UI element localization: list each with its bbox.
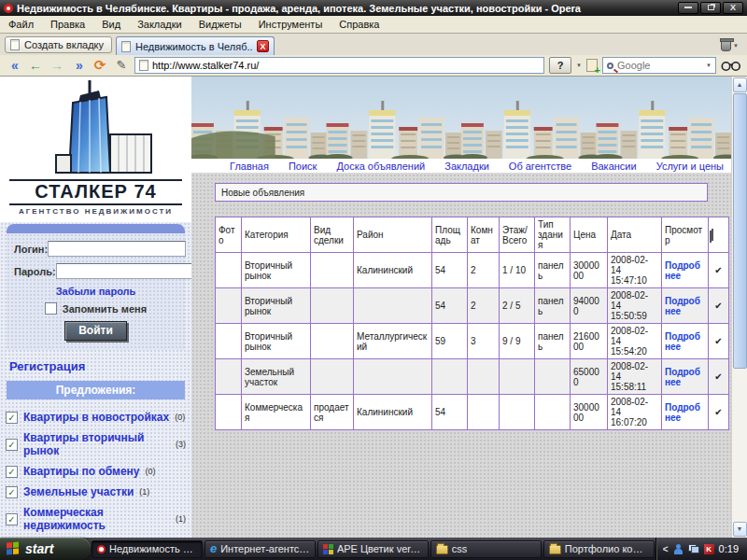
- approved-check-icon[interactable]: ✔: [709, 253, 729, 288]
- details-link[interactable]: Подробнее: [665, 402, 700, 423]
- remember-me-label: Запомнить меня: [63, 303, 147, 315]
- remember-me-checkbox[interactable]: [45, 302, 57, 315]
- address-bar[interactable]: [134, 57, 544, 74]
- search-input[interactable]: [617, 60, 702, 71]
- forward-button[interactable]: →: [49, 57, 65, 74]
- details-link[interactable]: Подробнее: [665, 331, 700, 352]
- password-input[interactable]: [56, 263, 191, 279]
- details-link[interactable]: Подробнее: [665, 260, 700, 281]
- rewind-button[interactable]: «: [6, 57, 22, 74]
- new-tab-button[interactable]: Создать вкладку: [5, 36, 112, 53]
- restore-button[interactable]: [700, 2, 721, 14]
- edit-note-button[interactable]: ✎: [113, 57, 130, 74]
- tray-collapse-icon[interactable]: <: [663, 544, 669, 554]
- col-area: Площадь: [432, 217, 468, 253]
- task-internet-explorer[interactable]: e Интернет-агентств...: [204, 540, 316, 558]
- menu-view[interactable]: Вид: [93, 17, 129, 32]
- offer-label[interactable]: Земельные участки: [23, 485, 134, 498]
- reload-button[interactable]: ⟳: [92, 57, 108, 74]
- task-opera[interactable]: Недвижимость в Че...: [92, 540, 203, 558]
- tab-close-button[interactable]: X: [257, 40, 269, 52]
- checkbox-checked-icon[interactable]: ✓: [6, 486, 18, 498]
- network-tray-icon[interactable]: [688, 544, 699, 553]
- start-button[interactable]: start: [0, 538, 91, 560]
- cell-building: [535, 359, 571, 395]
- checkbox-checked-icon[interactable]: ✓: [6, 513, 18, 525]
- task-portfolio-folder[interactable]: Портфолио компани...: [543, 540, 655, 558]
- minimize-button[interactable]: [678, 2, 698, 14]
- zoom-glasses-icon[interactable]: [721, 60, 741, 72]
- cell-price: 940000: [571, 288, 608, 324]
- nav-search[interactable]: Поиск: [289, 161, 317, 172]
- scrollbar-thumb[interactable]: [733, 93, 747, 369]
- cell-rooms: 3: [468, 324, 500, 359]
- tab-active[interactable]: Недвижимость в Челяб... X: [116, 36, 275, 55]
- nav-services[interactable]: Услуги и цены: [656, 161, 724, 172]
- approved-check-icon[interactable]: ✔: [709, 359, 729, 395]
- search-box[interactable]: ▼: [602, 57, 716, 74]
- antivirus-tray-icon[interactable]: K: [704, 544, 714, 554]
- forgot-password-link[interactable]: Забыли пароль: [14, 286, 177, 297]
- offer-item-exchange[interactable]: ✓ Квартиры по обмену (0): [6, 465, 186, 478]
- scroll-down-button[interactable]: ▼: [733, 522, 747, 537]
- checkbox-checked-icon[interactable]: ✓: [6, 439, 18, 451]
- nav-home[interactable]: Главная: [230, 161, 269, 172]
- task-ape-cvetik[interactable]: АРЕ Цветик ver. 6.2: [317, 540, 429, 558]
- approved-check-icon[interactable]: ✔: [709, 324, 729, 359]
- approved-check-icon[interactable]: ✔: [709, 395, 729, 430]
- menu-edit[interactable]: Правка: [42, 17, 93, 32]
- offer-item-commercial[interactable]: ✓ Коммерческая недвижимость (1): [6, 506, 186, 532]
- task-label: Интернет-агентств...: [220, 543, 310, 554]
- listings-table: Фото Категория Вид сделки Район Площадь …: [215, 217, 729, 430]
- offer-label[interactable]: Квартиры вторичный рынок: [23, 431, 170, 457]
- site-logo[interactable]: СТАЛКЕР 74 АГЕНТСТВО НЕДВИЖИМОСТИ: [0, 77, 191, 222]
- task-css-folder[interactable]: css: [430, 540, 542, 558]
- checkbox-checked-icon[interactable]: ✓: [6, 412, 18, 424]
- offer-item-secondary[interactable]: ✓ Квартиры вторичный рынок (3): [6, 431, 186, 457]
- nav-about[interactable]: Об агентстве: [509, 161, 571, 172]
- details-link[interactable]: Подробнее: [665, 367, 700, 387]
- offer-item-land[interactable]: ✓ Земельные участки (1): [6, 485, 186, 498]
- offer-label[interactable]: Квартиры в новостройках: [23, 411, 169, 424]
- vertical-scrollbar[interactable]: ▲ ▼: [731, 77, 747, 538]
- cell-category: Вторичный рынок: [242, 324, 311, 359]
- opera-icon: [97, 545, 106, 553]
- cell-category: Земельный участок: [242, 359, 311, 395]
- nav-board[interactable]: Доска объявлений: [336, 161, 425, 172]
- menu-bookmarks[interactable]: Закладки: [129, 17, 190, 32]
- help-button[interactable]: ?: [549, 57, 571, 74]
- cell-building: панель: [535, 253, 571, 288]
- menu-file[interactable]: Файл: [0, 17, 42, 32]
- checkbox-checked-icon[interactable]: ✓: [6, 466, 18, 478]
- login-button[interactable]: Войти: [64, 321, 127, 341]
- search-engine-dropdown-icon[interactable]: ▼: [706, 63, 712, 68]
- details-link[interactable]: Подробнее: [665, 296, 700, 316]
- time: 16:07:20: [611, 417, 647, 427]
- offer-label[interactable]: Квартиры по обмену: [23, 465, 140, 478]
- login-input[interactable]: [48, 241, 186, 257]
- col-view: Просмотр: [662, 217, 709, 253]
- cell-price: 650000: [571, 359, 608, 395]
- copy-pages-icon[interactable]: [712, 229, 713, 241]
- menu-tools[interactable]: Инструменты: [250, 17, 331, 32]
- fast-forward-button[interactable]: »: [70, 57, 87, 74]
- nav-vacancies[interactable]: Вакансии: [591, 161, 637, 172]
- address-input[interactable]: [152, 60, 540, 71]
- add-bookmark-icon[interactable]: [586, 59, 598, 72]
- approved-check-icon[interactable]: ✔: [709, 288, 729, 324]
- col-photo: Фото: [216, 217, 242, 253]
- address-dropdown-icon[interactable]: ▼: [576, 63, 582, 68]
- menu-widgets[interactable]: Виджеты: [190, 17, 250, 32]
- date: 2008-02-14: [611, 361, 648, 382]
- register-link[interactable]: Регистрация: [9, 359, 182, 373]
- nav-bookmarks[interactable]: Закладки: [444, 161, 489, 172]
- close-button[interactable]: X: [723, 2, 743, 14]
- menu-help[interactable]: Справка: [331, 17, 388, 32]
- scroll-up-button[interactable]: ▲: [733, 77, 747, 92]
- messenger-tray-icon[interactable]: [673, 544, 684, 554]
- offer-label[interactable]: Коммерческая недвижимость: [23, 506, 170, 532]
- window-titlebar: Недвижимость в Челябинске. Квартиры - пр…: [0, 0, 747, 16]
- closed-tabs-button[interactable]: ▼: [721, 40, 739, 51]
- back-button[interactable]: ←: [27, 57, 44, 74]
- offer-item-newbuild[interactable]: ✓ Квартиры в новостройках (0): [6, 411, 186, 424]
